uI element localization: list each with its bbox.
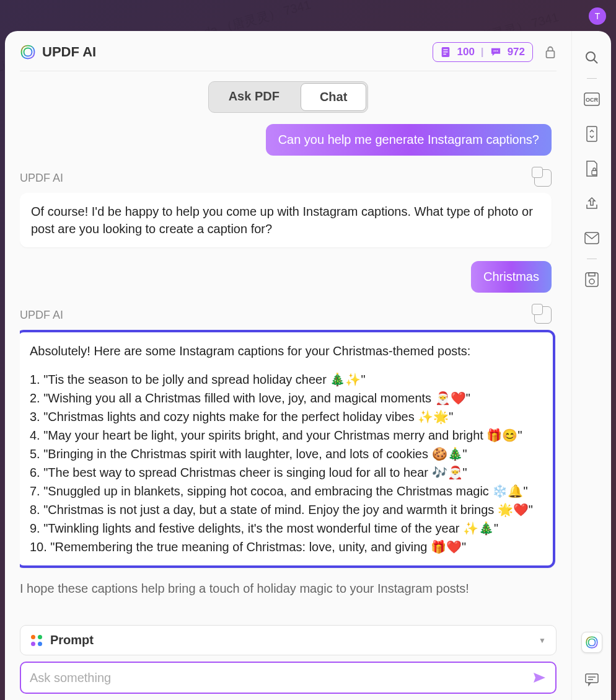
caption-line: 3. "Christmas lights and cozy nights mak…	[30, 408, 542, 425]
caption-line: 8. "Christmas is not just a day, but a s…	[30, 501, 542, 518]
caption-line: 4. "May your heart be light, your spirit…	[30, 427, 542, 444]
share-icon[interactable]	[584, 195, 600, 211]
svg-point-8	[586, 52, 595, 61]
brand: UPDF AI	[20, 44, 96, 60]
divider: |	[481, 46, 484, 58]
caption-line: 9. "Twinkling lights and festive delight…	[30, 520, 542, 537]
usage-badge[interactable]: 100 | 972	[433, 42, 533, 62]
app-title: UPDF AI	[42, 44, 96, 60]
convert-icon[interactable]	[584, 126, 600, 142]
separator	[587, 259, 597, 259]
copy-button[interactable]	[534, 169, 552, 187]
svg-rect-18	[586, 674, 598, 683]
user-bubble: Christmas	[471, 261, 552, 293]
svg-point-16	[589, 279, 594, 284]
svg-rect-14	[585, 233, 599, 244]
ai-bubble-2: Absolutely! Here are some Instagram capt…	[20, 330, 555, 568]
chevron-down-icon: ▼	[539, 636, 546, 645]
caption-line: 5. "Bringing in the Christmas spirit wit…	[30, 445, 542, 463]
ai-header: UPDF AI	[20, 306, 552, 324]
svg-rect-7	[547, 51, 555, 58]
svg-point-6	[496, 50, 498, 51]
svg-rect-12	[587, 126, 597, 141]
svg-text:OCR: OCR	[586, 97, 599, 103]
ai-intro: Absolutely! Here are some Instagram capt…	[30, 342, 542, 360]
ai-label: UPDF AI	[20, 309, 63, 322]
updf-logo-icon	[20, 44, 36, 60]
mail-icon[interactable]	[584, 230, 600, 246]
lock-icon[interactable]	[544, 45, 557, 59]
send-icon[interactable]	[532, 670, 547, 685]
ai-label: UPDF AI	[20, 172, 63, 185]
copy-button[interactable]	[534, 306, 552, 324]
separator	[587, 78, 597, 79]
file-lock-icon[interactable]	[584, 161, 600, 177]
user-avatar[interactable]: T	[589, 7, 606, 25]
caption-line: 6. "The best way to spread Christmas che…	[30, 464, 542, 481]
tab-ask-pdf[interactable]: Ask PDF	[209, 82, 299, 112]
prompt-label: Prompt	[50, 633, 94, 647]
user-message: Can you help me generate Instagram capti…	[20, 124, 552, 156]
save-icon[interactable]	[584, 272, 600, 288]
caption-line: 7. "Snuggled up in blankets, sipping hot…	[30, 482, 542, 500]
ai-header: UPDF AI	[20, 169, 552, 187]
tab-chat[interactable]: Chat	[301, 83, 366, 111]
caption-line: 2. "Wishing you all a Christmas filled w…	[30, 389, 542, 407]
bottom-area: Prompt ▼	[20, 619, 557, 694]
svg-rect-13	[592, 171, 597, 175]
svg-rect-17	[589, 273, 595, 276]
updf-sidebar-logo[interactable]	[581, 632, 602, 653]
credits-count: 972	[508, 46, 525, 58]
message-input[interactable]	[30, 671, 532, 685]
pages-icon	[441, 47, 451, 58]
ocr-icon[interactable]: OCR	[584, 91, 600, 107]
main-panel: UPDF AI 100 | 972 Ask PDF Chat C	[5, 31, 571, 700]
svg-point-5	[495, 50, 496, 51]
comment-icon[interactable]	[584, 671, 600, 688]
pages-count: 100	[457, 46, 474, 58]
ai-bubble-1: Of course! I'd be happy to help you come…	[20, 193, 552, 247]
header-right: 100 | 972	[433, 42, 557, 62]
chat-area: Can you help me generate Instagram capti…	[20, 124, 557, 619]
dots-icon	[30, 634, 43, 647]
user-bubble: Can you help me generate Instagram capti…	[266, 124, 552, 156]
side-toolbar: OCR	[571, 31, 611, 700]
svg-rect-2	[444, 51, 448, 52]
user-message: Christmas	[20, 261, 552, 293]
ai-truncated-line: I hope these captions help bring a touch…	[20, 582, 552, 596]
header: UPDF AI 100 | 972	[20, 42, 557, 71]
search-icon[interactable]	[584, 50, 600, 66]
prompt-selector[interactable]: Prompt ▼	[20, 625, 557, 655]
svg-line-9	[594, 60, 597, 63]
caption-line: 10. "Remembering the true meaning of Chr…	[30, 538, 542, 556]
app-window: UPDF AI 100 | 972 Ask PDF Chat C	[5, 31, 611, 700]
chat-icon	[490, 47, 501, 57]
tab-group: Ask PDF Chat	[208, 81, 369, 113]
svg-rect-3	[444, 54, 447, 55]
svg-point-4	[493, 50, 495, 51]
caption-line: 1. "Tis the season to be jolly and sprea…	[30, 371, 542, 388]
tab-row: Ask PDF Chat	[20, 81, 557, 113]
message-input-row	[20, 662, 557, 694]
svg-rect-1	[444, 50, 448, 50]
